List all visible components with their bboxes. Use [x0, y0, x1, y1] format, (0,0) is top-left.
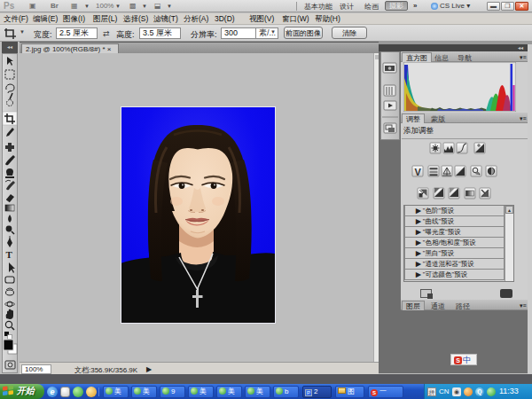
svg-text:T: T — [6, 249, 13, 260]
svg-text:V: V — [415, 167, 422, 177]
